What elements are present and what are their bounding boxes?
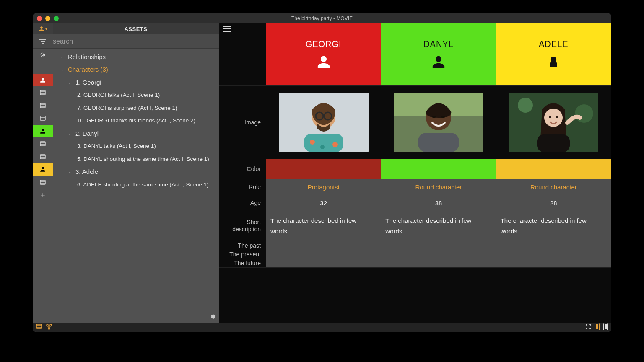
chevron-down-icon: ⌄ <box>67 80 72 85</box>
rail-marker-georgi[interactable] <box>33 74 53 87</box>
comparison-table: GEORGI DANYL ADELE Image <box>219 23 611 268</box>
svg-point-34 <box>320 145 325 149</box>
layout-left-button[interactable] <box>595 324 595 331</box>
film-icon <box>40 103 46 108</box>
rail-scene-icon[interactable] <box>33 150 53 163</box>
scene-item[interactable]: 6. ADELE shouting at the same time (Act … <box>53 178 219 191</box>
role-cell[interactable]: Round character <box>381 179 496 195</box>
rail-scene-icon[interactable] <box>33 86 53 99</box>
column-header-danyl[interactable]: DANYL <box>381 23 496 85</box>
asset-tree: › Relationships ⌄ Characters (3) ⌄ 1. Ge… <box>53 49 219 323</box>
scene-item[interactable]: 2. GEORGI talks (Act I, Scene 1) <box>53 89 219 102</box>
past-cell[interactable] <box>266 241 381 250</box>
row-label-past: The past <box>219 241 266 250</box>
present-cell[interactable] <box>381 250 496 259</box>
row-label-image: Image <box>219 85 266 159</box>
status-film-icon[interactable] <box>36 324 42 331</box>
svg-rect-8 <box>40 103 45 108</box>
section-relationships[interactable]: › Relationships <box>53 50 219 63</box>
age-cell[interactable]: 38 <box>381 195 496 211</box>
age-cell[interactable]: 28 <box>496 195 611 211</box>
scene-item[interactable]: 3. DANYL talks (Act I, Scene 1) <box>53 140 219 153</box>
chevron-down-icon: ⌄ <box>60 67 65 72</box>
add-asset-button[interactable]: ＋ <box>33 189 53 202</box>
film-icon <box>36 324 42 329</box>
portrait-georgi <box>279 93 369 152</box>
past-cell[interactable] <box>381 241 496 250</box>
scene-item[interactable]: 5. DANYL shouting at the same time (Act … <box>53 153 219 165</box>
rail-scene-icon[interactable] <box>33 112 53 125</box>
present-cell[interactable] <box>496 250 611 259</box>
svg-point-45 <box>544 109 563 127</box>
rail-marker-danyl[interactable] <box>33 125 53 138</box>
chevron-down-icon: ⌄ <box>67 169 72 174</box>
svg-rect-5 <box>40 90 45 95</box>
target-icon <box>40 52 46 58</box>
chevron-right-icon: › <box>60 54 65 59</box>
character-item-danyl[interactable]: ⌄ 2. Danyl <box>53 127 219 140</box>
scene-item[interactable]: 10. GEORGI thanks his friends (Act I, Sc… <box>53 114 219 127</box>
assets-header: ▾ ASSETS <box>33 23 219 34</box>
film-icon <box>40 180 46 185</box>
fullscreen-button[interactable] <box>586 324 591 331</box>
layout-controls <box>586 324 608 331</box>
color-cell-danyl[interactable] <box>381 159 496 179</box>
character-item-georgi[interactable]: ⌄ 1. Georgi <box>53 76 219 89</box>
row-label-present: The present <box>219 250 266 259</box>
future-cell[interactable] <box>381 259 496 267</box>
svg-rect-11 <box>40 116 45 120</box>
color-cell-adele[interactable] <box>496 159 611 179</box>
column-name: DANYL <box>381 39 496 49</box>
color-cell-georgi[interactable] <box>266 159 381 179</box>
present-cell[interactable] <box>266 250 381 259</box>
image-cell-danyl[interactable] <box>381 85 496 159</box>
layout-right-button[interactable] <box>599 324 600 331</box>
row-label-future: The future <box>219 259 266 267</box>
search-input[interactable] <box>53 38 219 45</box>
rail-marker-adele[interactable] <box>33 163 53 176</box>
future-cell[interactable] <box>266 259 381 267</box>
role-cell[interactable]: Round character <box>496 179 611 195</box>
character-label: 1. Georgi <box>75 79 101 86</box>
titlebar: The birthday party - MOVIE <box>33 13 611 23</box>
role-cell[interactable]: Protagonist <box>266 179 381 195</box>
short-desc-cell[interactable]: The character described in few words. <box>266 211 381 241</box>
layout-empty-button[interactable] <box>603 324 604 331</box>
svg-point-39 <box>441 116 445 118</box>
row-label-color: Color <box>219 159 266 179</box>
rail-scene-icon[interactable] <box>33 99 53 112</box>
search-menu-icon[interactable] <box>33 39 53 44</box>
svg-point-42 <box>518 98 533 113</box>
age-cell[interactable]: 32 <box>266 195 381 211</box>
rail-scene-icon[interactable] <box>33 137 53 150</box>
hamburger-icon <box>39 39 46 44</box>
character-label: 2. Danyl <box>75 130 99 137</box>
svg-point-53 <box>50 324 52 326</box>
column-header-georgi[interactable]: GEORGI <box>266 23 381 85</box>
image-cell-adele[interactable] <box>496 85 611 159</box>
section-characters[interactable]: ⌄ Characters (3) <box>53 63 219 76</box>
person-icon <box>40 128 46 134</box>
layout-right2-button[interactable] <box>607 324 608 331</box>
column-header-adele[interactable]: ADELE <box>496 23 611 85</box>
sidebar-settings-icon[interactable] <box>210 314 216 321</box>
short-desc-cell[interactable]: The character described in few words. <box>381 211 496 241</box>
svg-rect-20 <box>40 180 45 184</box>
rail-scene-icon[interactable] <box>33 176 53 189</box>
gear-rail-icon[interactable] <box>33 49 53 61</box>
assets-title: ASSETS <box>53 26 219 32</box>
image-cell-georgi[interactable] <box>266 85 381 159</box>
section-label: Characters (3) <box>68 66 108 73</box>
character-item-adele[interactable]: ⌄ 3. Adele <box>53 165 219 178</box>
past-cell[interactable] <box>496 241 611 250</box>
scene-item[interactable]: 7. GEORGI is surprised (Act I, Scene 1) <box>53 101 219 114</box>
section-label: Relationships <box>68 53 106 60</box>
svg-point-3 <box>41 53 44 57</box>
short-desc-cell[interactable]: The character described in few words. <box>496 211 611 241</box>
film-icon <box>40 141 46 146</box>
status-branch-icon[interactable] <box>46 324 52 331</box>
future-cell[interactable] <box>496 259 611 267</box>
svg-rect-48 <box>537 134 570 152</box>
grid-menu-icon[interactable] <box>223 26 231 34</box>
user-menu[interactable]: ▾ <box>33 23 53 34</box>
